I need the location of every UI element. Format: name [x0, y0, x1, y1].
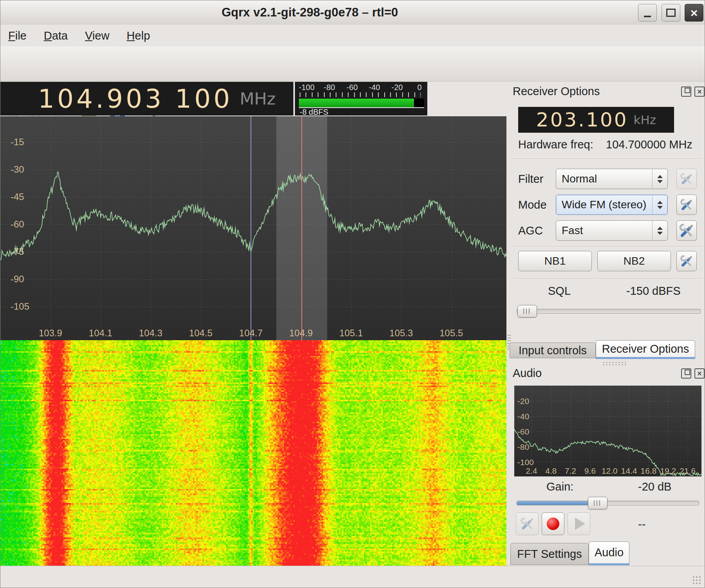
dock-close-icon[interactable] [694, 368, 705, 379]
nb1-label: NB1 [544, 255, 566, 267]
close-icon: × [691, 7, 698, 19]
audio-options-button [516, 512, 539, 535]
menu-data[interactable]: Data [44, 29, 68, 42]
gain-slider-groove[interactable] [517, 501, 699, 505]
receiver-options-title: Receiver Options [513, 85, 600, 98]
gqrx-window: Gqrx v2.1-git-298-g0e78 – rtl=0 × File D… [0, 0, 705, 588]
meter-level-text: -8 dBFS [300, 108, 328, 117]
status-bar [0, 566, 705, 588]
frequency-unit: MHz [240, 89, 276, 108]
tab-receiver-options[interactable]: Receiver Options [596, 340, 695, 359]
spectrum-plot[interactable] [0, 116, 506, 340]
tab-bar-grip[interactable] [602, 361, 627, 365]
filter-width-unit: kHz [634, 113, 656, 127]
dock-close-icon[interactable] [694, 87, 705, 97]
separator [512, 159, 702, 159]
tab-fft-settings[interactable]: FFT Settings [510, 543, 589, 565]
filter-label: Filter [518, 173, 543, 186]
agc-combo[interactable]: Fast [556, 220, 668, 241]
meter-tick-label: -60 [347, 83, 358, 92]
meter-tick-label: -40 [369, 83, 380, 92]
menu-help[interactable]: Help [127, 29, 150, 42]
agc-label: AGC [518, 224, 543, 237]
tab-label: Audio [595, 546, 624, 559]
dock-float-icon[interactable] [681, 368, 691, 379]
hardware-freq-value: 104.700000 MHz [606, 138, 692, 151]
combo-arrows-icon [652, 221, 667, 240]
tab-label: Receiver Options [602, 343, 689, 355]
window-title: Gqrx v2.1-git-298-g0e78 – rtl=0 [0, 0, 619, 25]
tools-icon [520, 517, 534, 531]
meter-tick-marks [300, 92, 421, 97]
audio-panel-title: Audio [513, 367, 542, 380]
audio-record-button[interactable] [542, 512, 564, 535]
audio-fft-plot [514, 386, 701, 476]
filter-width-display[interactable]: 203.100 kHz [518, 107, 674, 133]
maximize-icon [666, 9, 676, 17]
combo-arrows-icon [652, 195, 667, 215]
meter-tick-label: 0 [417, 83, 421, 92]
hardware-freq-label: Hardware freq: [518, 138, 593, 151]
tab-label: Input controls [519, 344, 587, 357]
mode-combo[interactable]: Wide FM (stereo) [556, 195, 668, 215]
maximize-button[interactable] [662, 4, 680, 22]
sql-label: SQL [548, 285, 571, 298]
meter-tick-label: -20 [392, 83, 403, 92]
agc-combo-value: Fast [556, 224, 652, 237]
meter-bar [299, 99, 424, 108]
sql-slider-groove[interactable] [517, 309, 701, 314]
nb1-button[interactable]: NB1 [518, 251, 592, 271]
mode-combo-value: Wide FM (stereo) [556, 198, 652, 211]
tab-input-controls[interactable]: Input controls [510, 343, 596, 358]
frequency-digits[interactable]: 104.903 100 [38, 84, 233, 114]
menu-file[interactable]: File [8, 29, 27, 42]
filter-combo-value: Normal [556, 173, 652, 185]
filter-combo[interactable]: Normal [556, 169, 668, 189]
sql-slider[interactable] [517, 305, 701, 317]
minimize-button[interactable] [638, 4, 657, 22]
title-bar[interactable]: Gqrx v2.1-git-298-g0e78 – rtl=0 × [0, 0, 705, 25]
minimize-icon [644, 16, 651, 17]
sql-value: -150 dBFS [626, 285, 681, 298]
menu-view[interactable]: View [85, 29, 109, 42]
tools-icon [680, 254, 693, 268]
nb2-button[interactable]: NB2 [597, 251, 671, 271]
dock-float-icon[interactable] [681, 87, 691, 97]
close-button[interactable]: × [685, 4, 703, 22]
sql-slider-handle[interactable] [517, 305, 537, 317]
meter-tick-label: -100 [299, 83, 315, 92]
play-icon [575, 518, 585, 530]
filter-tools-button [676, 169, 697, 189]
recorder-status: -- [638, 518, 645, 531]
gain-slider[interactable] [517, 497, 699, 509]
nb-options-button[interactable] [676, 251, 697, 271]
menu-bar: File Data View Help [0, 25, 705, 47]
tools-icon [680, 172, 693, 186]
tab-label: FFT Settings [517, 548, 582, 561]
nb2-label: NB2 [624, 255, 645, 267]
combo-arrows-icon [652, 169, 667, 189]
resize-grip[interactable] [692, 575, 702, 586]
signal-strength-meter: -100 -80 -60 -40 -20 0 -8 dBFS [295, 82, 427, 115]
waterfall-display[interactable] [0, 340, 506, 566]
record-icon [547, 518, 559, 530]
separator [512, 246, 702, 247]
tools-icon [679, 223, 694, 238]
tab-audio[interactable]: Audio [589, 541, 629, 565]
mode-options-button[interactable] [676, 195, 697, 215]
meter-tick-label: -80 [324, 83, 335, 92]
toolbar [0, 47, 705, 81]
gain-label: Gain: [546, 480, 573, 493]
meter-level-fill [299, 99, 414, 107]
mode-label: Mode [518, 198, 547, 211]
filter-width-digits[interactable]: 203.100 [536, 108, 628, 131]
gain-slider-handle[interactable] [588, 497, 607, 509]
tools-icon [680, 198, 693, 211]
gain-value: -20 dB [638, 480, 671, 493]
separator [512, 278, 702, 279]
gain-slider-fill [517, 501, 597, 505]
frequency-display[interactable]: 104.903 100 MHz [0, 82, 293, 115]
audio-play-button [568, 512, 590, 535]
agc-options-button[interactable] [676, 220, 697, 241]
